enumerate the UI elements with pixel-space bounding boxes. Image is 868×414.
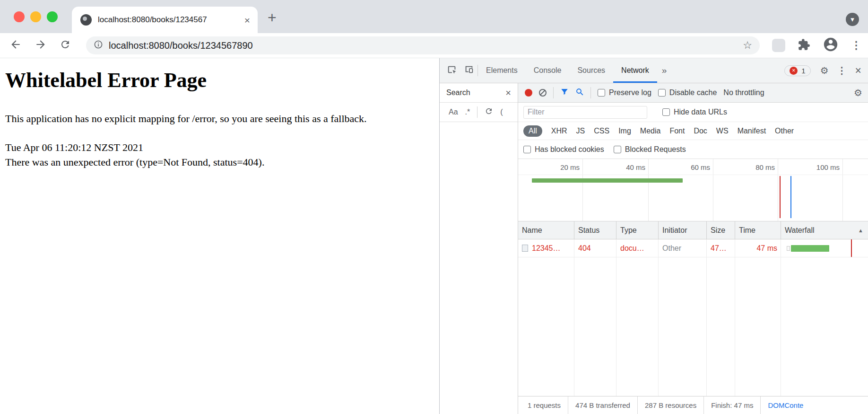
network-overview-timeline[interactable]: 20 ms 40 ms 60 ms 80 ms 100 ms xyxy=(518,159,868,221)
waterfall-load-marker xyxy=(851,239,852,257)
has-blocked-cookies-label: Has blocked cookies xyxy=(535,145,604,154)
tick-label: 20 ms xyxy=(560,163,582,171)
tab-sources[interactable]: Sources xyxy=(569,58,613,83)
sort-ascending-icon: ▲ xyxy=(858,228,863,233)
column-header-time[interactable]: Time xyxy=(735,221,781,239)
grid-line xyxy=(778,159,778,221)
requests-table-header: Name Status Type Initiator Size Time Wat… xyxy=(518,221,868,239)
window-close-button[interactable] xyxy=(14,11,25,22)
request-type: docu… xyxy=(616,239,659,257)
tab-console[interactable]: Console xyxy=(526,58,570,83)
network-search-icon[interactable] xyxy=(575,88,584,98)
devtools-menu-kebab-icon[interactable]: ⋮ xyxy=(837,66,847,75)
divider xyxy=(590,87,591,98)
device-toolbar-button[interactable] xyxy=(460,62,477,79)
grid-line xyxy=(842,159,843,221)
search-refresh-button[interactable] xyxy=(485,107,493,117)
more-tabs-chevrons[interactable]: » xyxy=(657,65,672,76)
filter-type-manifest[interactable]: Manifest xyxy=(738,127,766,135)
column-header-size[interactable]: Size xyxy=(707,221,735,239)
new-tab-button[interactable]: + xyxy=(268,10,277,25)
inspect-element-button[interactable] xyxy=(443,62,460,79)
filter-type-all[interactable]: All xyxy=(523,125,542,137)
request-type-filters: All XHR JS CSS Img Media Font Doc WS Man… xyxy=(518,122,868,140)
column-header-initiator[interactable]: Initiator xyxy=(659,221,707,239)
summary-finish: Finish: 47 ms xyxy=(704,396,761,414)
filter-type-img[interactable]: Img xyxy=(618,127,631,135)
extensions-puzzle-icon[interactable] xyxy=(798,38,810,53)
site-info-icon[interactable] xyxy=(94,40,103,51)
filter-type-css[interactable]: CSS xyxy=(594,127,609,135)
column-header-status[interactable]: Status xyxy=(574,221,616,239)
window-zoom-button[interactable] xyxy=(47,11,58,22)
forward-arrow-icon xyxy=(35,38,47,53)
regex-toggle[interactable]: .* xyxy=(465,108,470,116)
extension-icon[interactable] xyxy=(772,39,785,52)
filter-funnel-icon[interactable] xyxy=(560,88,569,98)
filter-type-js[interactable]: JS xyxy=(576,127,585,135)
page-title: Whitelabel Error Page xyxy=(5,69,439,93)
tab-close-icon[interactable]: × xyxy=(244,15,250,25)
network-settings-gear-icon[interactable]: ⚙ xyxy=(854,88,862,97)
network-controls-toolbar: Preserve log Disable cache No throttling… xyxy=(518,83,868,103)
url-text: localhost:8080/books/1234567890 xyxy=(109,40,743,51)
record-button[interactable] xyxy=(525,89,532,97)
request-waterfall xyxy=(781,239,868,257)
tab-network[interactable]: Network xyxy=(613,58,657,83)
column-header-name[interactable]: Name xyxy=(518,221,574,239)
summary-requests: 1 requests xyxy=(518,396,568,414)
bookmark-star-icon[interactable]: ☆ xyxy=(743,40,752,51)
document-file-icon xyxy=(522,245,528,252)
filter-input[interactable] xyxy=(523,106,647,119)
filter-type-other[interactable]: Other xyxy=(775,127,794,135)
search-close-icon[interactable]: × xyxy=(505,88,511,97)
tab-favicon-icon xyxy=(80,14,92,26)
devtools-close-icon[interactable]: × xyxy=(855,65,861,76)
preserve-log-label: Preserve log xyxy=(609,88,651,97)
console-error-badge[interactable]: × 1 xyxy=(784,65,810,76)
clear-log-button[interactable] xyxy=(539,89,547,97)
hide-data-urls-checkbox[interactable] xyxy=(662,108,670,116)
filter-type-media[interactable]: Media xyxy=(640,127,661,135)
has-blocked-cookies-checkbox[interactable] xyxy=(523,146,531,153)
divider xyxy=(553,87,554,98)
waterfall-green-bar xyxy=(791,245,829,252)
waterfall-queueing-block xyxy=(787,246,790,251)
tick-label: 60 ms xyxy=(691,163,713,171)
preserve-log-checkbox[interactable] xyxy=(598,89,605,97)
back-button[interactable] xyxy=(8,37,24,53)
back-arrow-icon xyxy=(9,38,22,53)
summary-transferred: 474 B transferred xyxy=(568,396,638,414)
chevron-down-icon: ▾ xyxy=(851,15,854,24)
filter-type-ws[interactable]: WS xyxy=(716,127,729,135)
disable-cache-checkbox[interactable] xyxy=(658,89,666,97)
reload-icon xyxy=(60,39,71,52)
request-name[interactable]: 12345… xyxy=(532,244,561,253)
tick-label: 40 ms xyxy=(626,163,648,171)
filter-type-xhr[interactable]: XHR xyxy=(551,127,567,135)
tab-search-button[interactable]: ▾ xyxy=(846,13,859,26)
address-bar[interactable]: localhost:8080/books/1234567890 ☆ xyxy=(86,36,760,54)
column-dividers xyxy=(518,239,868,396)
hide-data-urls-label: Hide data URLs xyxy=(674,108,727,116)
column-header-type[interactable]: Type xyxy=(616,221,659,239)
window-minimize-button[interactable] xyxy=(30,11,41,22)
table-row[interactable]: 12345… 404 docu… Other 47… 47 ms xyxy=(518,239,868,257)
throttling-dropdown[interactable]: No throttling xyxy=(723,88,764,97)
match-case-toggle[interactable]: Aa xyxy=(449,108,458,116)
reload-button[interactable] xyxy=(57,37,73,53)
summary-domcontentloaded: DOMConte xyxy=(761,396,810,414)
forward-button[interactable] xyxy=(33,37,49,53)
error-block: Tue Apr 06 11:20:12 NZST 2021 There was … xyxy=(5,140,439,169)
blocked-filters-row: Has blocked cookies Blocked Requests xyxy=(518,140,868,159)
filter-type-font[interactable]: Font xyxy=(669,127,685,135)
devtools-settings-gear-icon[interactable]: ⚙ xyxy=(820,66,829,75)
waterfall-header-label: Waterfall xyxy=(785,226,815,235)
filter-type-doc[interactable]: Doc xyxy=(694,127,707,135)
profile-avatar[interactable] xyxy=(823,36,839,54)
browser-tab[interactable]: localhost:8080/books/1234567 × xyxy=(72,7,258,33)
tab-elements[interactable]: Elements xyxy=(478,58,526,83)
column-header-waterfall[interactable]: Waterfall ▲ xyxy=(781,221,868,239)
blocked-requests-checkbox[interactable] xyxy=(614,146,621,153)
browser-menu-kebab-icon[interactable]: ⋮ xyxy=(851,40,861,51)
